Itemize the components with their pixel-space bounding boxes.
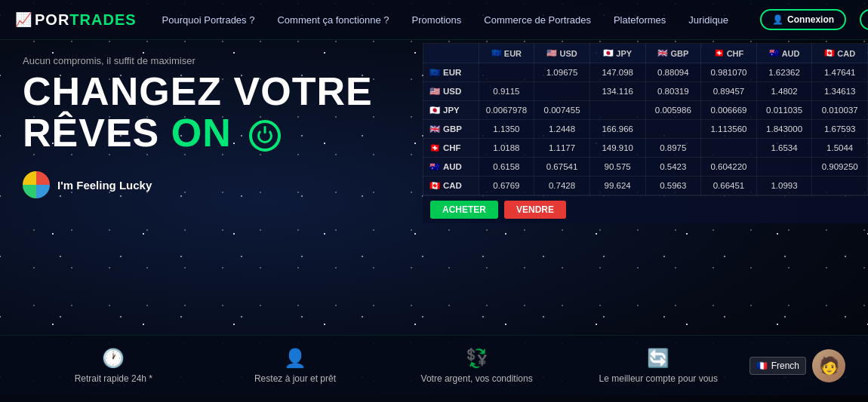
lang-flag: 🇫🇷 [756,361,768,371]
main-content: Aucun compromis, il suffit de maximiser … [0,40,868,335]
cell-chf-usd: 1.1177 [534,139,590,158]
cell-cad-gbp: 0.5963 [645,176,701,195]
cell-eur-chf: 0.981070 [701,63,757,82]
restez-icon: 👤 [284,348,306,369]
th-aud: 🇦🇺 AUD [756,44,812,63]
cell-chf-aud: 1.6534 [756,139,812,158]
th-base [423,44,479,63]
navbar: 📈 PORTRADES Pourquoi Portrades ? Comment… [0,0,868,40]
cell-eur-cad: 1.47641 [812,63,868,82]
flag-gbp: 🇬🇧 [657,48,668,58]
user-avatar[interactable]: 🧑 [812,349,845,382]
cell-gbp-jpy: 166.966 [589,120,645,139]
retrait-label: Retrait rapide 24h * [75,373,152,384]
buy-button[interactable]: ACHETER [430,201,498,219]
th-gbp: 🇬🇧 GBP [645,44,701,63]
flag-cad: 🇨🇦 [824,48,835,58]
flag-chf: 🇨🇭 [714,48,725,58]
footer-item-meille: 🔄 Le meilleur compte pour vous [568,348,749,384]
argent-label: Votre argent, vos conditions [421,373,533,384]
nav-comment[interactable]: Comment ça fonctionne ? [272,11,393,29]
feeling-lucky-button[interactable]: I'm Feeling Lucky [23,171,400,198]
cell-usd-aud: 1.4802 [756,82,812,101]
row-label-jpy: 🇯🇵 JPY [423,101,479,120]
hero-title: CHANGEZ VOTRE RÊVES ON [23,71,400,153]
flag-usd: 🇺🇸 [546,48,557,58]
table-actions: ACHETER VENDRE [423,195,868,223]
cell-usd-usd [534,82,590,101]
cell-chf-chf [701,139,757,158]
cell-chf-eur: 1.0188 [479,139,534,158]
cell-usd-chf: 0.89457 [701,82,757,101]
cell-jpy-chf: 0.006669 [701,101,757,120]
cell-jpy-gbp: 0.005986 [645,101,701,120]
footer-bar: 🕐 Retrait rapide 24h * 👤 Restez à jour e… [0,335,868,395]
hero-section: Aucun compromis, il suffit de maximiser … [0,40,423,335]
row-label-aud: 🇦🇺 AUD [423,158,479,176]
lucky-icon [23,171,50,198]
cell-chf-gbp: 0.8975 [645,139,701,158]
th-cad: 🇨🇦 CAD [812,44,868,63]
logo-text: PORTRADES [35,11,137,29]
cell-cad-cad [812,176,868,195]
sell-button[interactable]: VENDRE [504,201,566,219]
currency-table-wrapper: 🇪🇺 EUR 🇺🇸 USD 🇯🇵 JPY [423,40,868,335]
cell-aud-aud [756,158,812,176]
nav-promotions[interactable]: Promotions [408,11,466,29]
connexion-button[interactable]: 👤 Connexion [760,9,846,30]
cell-gbp-eur: 1.1350 [479,120,534,139]
footer-item-restez: 👤 Restez à jour et prêt [205,348,386,384]
row-label-eur: 🇪🇺 EUR [423,63,479,82]
row-label-chf: 🇨🇭 CHF [423,139,479,158]
cell-aud-gbp: 0.5423 [645,158,701,176]
cell-jpy-aud: 0.011035 [756,101,812,120]
cell-aud-cad: 0.909250 [812,158,868,176]
cell-cad-aud: 1.0993 [756,176,812,195]
power-icon [249,120,281,152]
footer-right: 🇫🇷 French 🧑 [749,349,845,382]
retrait-icon: 🕐 [102,348,125,369]
th-usd: 🇺🇸 USD [534,44,590,63]
cell-eur-eur [479,63,534,82]
cell-gbp-cad: 1.67593 [812,120,868,139]
flag-aud: 🇦🇺 [769,48,780,58]
connexion-icon: 👤 [772,14,783,25]
meille-label: Le meilleur compte pour vous [599,373,718,384]
hero-tagline: Aucun compromis, il suffit de maximiser [23,55,400,66]
lang-label: French [771,361,799,371]
language-selector[interactable]: 🇫🇷 French [749,357,806,375]
row-label-cad: 🇨🇦 CAD [423,176,479,195]
currency-table: 🇪🇺 EUR 🇺🇸 USD 🇯🇵 JPY [423,43,868,195]
logo-icon: 📈 [15,11,32,28]
meille-icon: 🔄 [647,348,669,369]
logo[interactable]: 📈 PORTRADES [15,11,137,29]
row-label-gbp: 🇬🇧 GBP [423,120,479,139]
cell-eur-usd: 1.09675 [534,63,590,82]
inscrire-button[interactable]: ✏️ S'inscrire [860,9,868,30]
cell-chf-cad: 1.5044 [812,139,868,158]
argent-icon: 💱 [466,348,488,369]
cell-cad-eur: 0.6769 [479,176,534,195]
nav-juridique[interactable]: Juridique [684,11,733,29]
cell-eur-jpy: 147.098 [589,63,645,82]
cell-chf-jpy: 149.910 [589,139,645,158]
cell-aud-usd: 0.67541 [534,158,590,176]
th-eur: 🇪🇺 EUR [479,44,534,63]
th-jpy: 🇯🇵 JPY [589,44,645,63]
cell-gbp-gbp [645,120,701,139]
restez-label: Restez à jour et prêt [254,373,336,384]
cell-jpy-jpy [589,101,645,120]
lucky-label: I'm Feeling Lucky [57,179,152,192]
cell-gbp-usd: 1.2448 [534,120,590,139]
th-chf: 🇨🇭 CHF [701,44,757,63]
cell-gbp-chf: 1.113560 [701,120,757,139]
nav-plateformes[interactable]: Plateformes [609,11,670,29]
footer-item-argent: 💱 Votre argent, vos conditions [386,348,568,384]
cell-cad-chf: 0.66451 [701,176,757,195]
cell-eur-aud: 1.62362 [756,63,812,82]
nav-pourquoi[interactable]: Pourquoi Portrades ? [158,11,260,29]
cell-eur-gbp: 0.88094 [645,63,701,82]
flag-jpy: 🇯🇵 [603,48,614,58]
cell-jpy-usd: 0.007455 [534,101,590,120]
nav-commerce[interactable]: Commerce de Portrades [479,11,596,29]
